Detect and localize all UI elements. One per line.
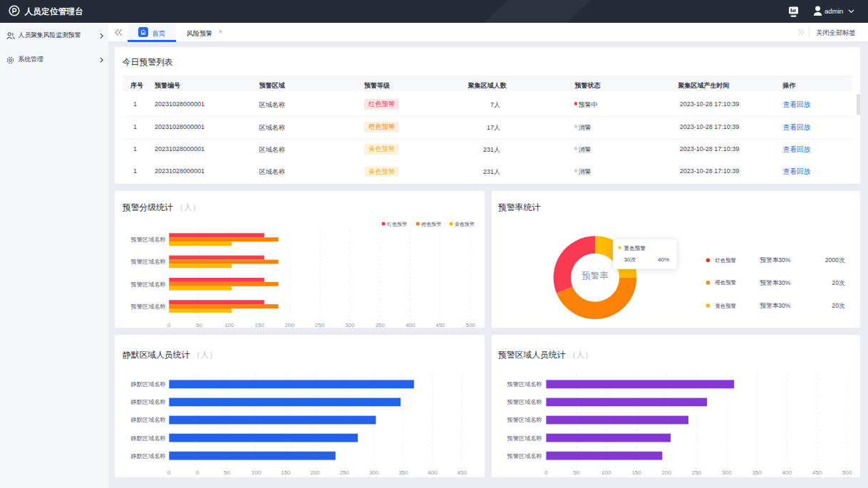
svg-text:预警区域名称: 预警区域名称 <box>506 452 542 459</box>
svg-text:100: 100 <box>224 322 234 328</box>
svg-text:450: 450 <box>458 469 467 476</box>
svg-text:2000次: 2000次 <box>825 256 844 264</box>
svg-text:50: 50 <box>196 322 202 328</box>
svg-text:预警区域名称: 预警区域名称 <box>506 435 542 441</box>
svg-text:预警区域名称: 预警区域名称 <box>130 237 166 243</box>
svg-text:红色预警: 红色预警 <box>388 222 408 227</box>
svg-text:0: 0 <box>167 469 171 476</box>
svg-text:350: 350 <box>752 469 762 476</box>
svg-text:静默区域名称: 静默区域名称 <box>131 417 166 423</box>
svg-text:150: 150 <box>281 469 291 476</box>
svg-text:静默区域名称: 静默区域名称 <box>131 435 166 441</box>
svg-text:250: 250 <box>340 469 350 476</box>
svg-text:预警区域名称: 预警区域名称 <box>130 281 166 288</box>
svg-text:150: 150 <box>631 469 641 476</box>
svg-text:20次: 20次 <box>832 279 845 286</box>
svg-text:预警区域名称: 预警区域名称 <box>506 417 542 423</box>
svg-text:静默区域名称: 静默区域名称 <box>131 452 166 459</box>
svg-text:300: 300 <box>346 322 356 328</box>
svg-text:黄色预警: 黄色预警 <box>455 222 475 227</box>
svg-text:预警区域名称: 预警区域名称 <box>506 399 542 405</box>
svg-text:红色预警: 红色预警 <box>715 257 736 264</box>
svg-text:0: 0 <box>196 469 200 476</box>
svg-text:400: 400 <box>405 322 415 328</box>
svg-text:450: 450 <box>812 469 822 476</box>
svg-text:黄色预警: 黄色预警 <box>715 302 736 308</box>
svg-text:500: 500 <box>842 469 852 476</box>
svg-text:预警区域名称: 预警区域名称 <box>506 381 542 388</box>
svg-text:450: 450 <box>436 322 446 328</box>
svg-text:300: 300 <box>369 469 379 476</box>
svg-text:150: 150 <box>255 322 265 328</box>
svg-text:300: 300 <box>722 469 732 476</box>
svg-text:预警区域名称: 预警区域名称 <box>130 259 166 265</box>
svg-text:黄色预警: 黄色预警 <box>624 245 646 251</box>
svg-text:静默区域名称: 静默区域名称 <box>131 381 166 388</box>
svg-text:350: 350 <box>376 322 386 328</box>
svg-text:100: 100 <box>252 469 262 476</box>
svg-text:橙色预警: 橙色预警 <box>422 222 442 227</box>
svg-text:200: 200 <box>311 469 321 476</box>
svg-text:0: 0 <box>544 469 548 476</box>
svg-text:350: 350 <box>398 469 408 476</box>
svg-text:100: 100 <box>601 469 611 476</box>
svg-text:橙色预警: 橙色预警 <box>715 279 736 286</box>
svg-text:预警率30%: 预警率30% <box>759 302 790 309</box>
svg-text:20次: 20次 <box>832 302 845 309</box>
svg-text:静默区域名称: 静默区域名称 <box>131 399 166 405</box>
svg-text:400: 400 <box>782 469 792 476</box>
svg-text:200: 200 <box>285 322 295 328</box>
svg-text:0: 0 <box>167 322 171 328</box>
svg-text:250: 250 <box>315 322 325 328</box>
svg-text:50: 50 <box>224 469 230 476</box>
svg-text:预警区域名称: 预警区域名称 <box>130 303 166 310</box>
svg-text:预警率30%: 预警率30% <box>759 279 790 286</box>
svg-text:500: 500 <box>466 322 476 328</box>
svg-text:40%: 40% <box>658 256 669 263</box>
svg-text:50: 50 <box>573 469 579 476</box>
svg-text:400: 400 <box>428 469 438 476</box>
svg-text:30次: 30次 <box>624 256 636 263</box>
svg-text:预警率: 预警率 <box>581 270 609 280</box>
svg-text:200: 200 <box>661 469 671 476</box>
svg-text:预警率30%: 预警率30% <box>759 256 790 264</box>
svg-text:250: 250 <box>691 469 701 476</box>
